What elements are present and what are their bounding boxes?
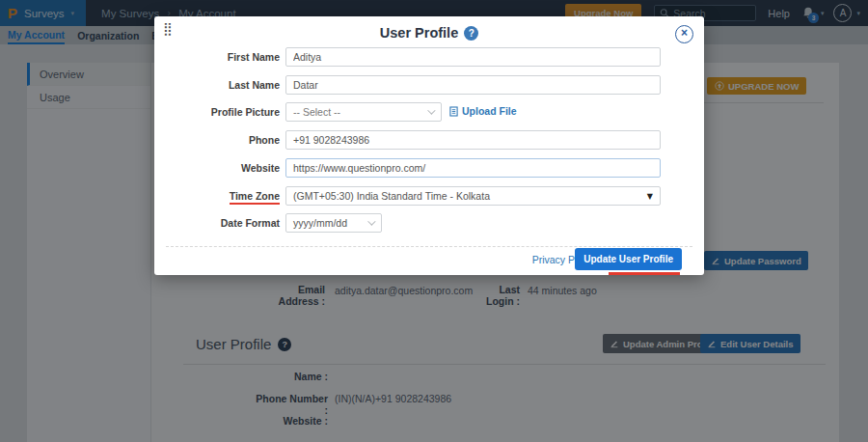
app-window: P Surveys ▾ My Surveys › My Account Upgr…	[0, 0, 868, 442]
first-name-label: First Name	[154, 47, 280, 67]
profile-picture-row: Profile Picture -- Select -- Upload File	[154, 102, 704, 122]
website-row: Website	[154, 158, 704, 178]
last-name-label: Last Name	[154, 75, 280, 95]
last-name-row: Last Name	[154, 75, 704, 95]
date-format-label: Date Format	[154, 213, 280, 233]
time-zone-selected-value: (GMT+05:30) India Standard Time - Kolkat…	[293, 190, 490, 202]
phone-row: Phone	[154, 130, 704, 150]
caret-down-icon: ▼	[647, 192, 653, 201]
chevron-down-icon	[367, 217, 375, 225]
last-name-field[interactable]	[285, 75, 661, 95]
date-format-selected-value: yyyy/mm/dd	[293, 217, 347, 229]
help-icon[interactable]: ?	[464, 26, 478, 41]
user-profile-modal: ⣿ User Profile ? × First Name Last Name …	[154, 16, 704, 275]
time-zone-select[interactable]: (GMT+05:30) India Standard Time - Kolkat…	[285, 186, 661, 206]
file-icon	[449, 106, 458, 117]
chevron-down-icon	[427, 106, 435, 114]
upload-file-label: Upload File	[462, 105, 517, 117]
profile-picture-selected-value: -- Select --	[293, 106, 340, 118]
upload-file-link[interactable]: Upload File	[449, 105, 517, 117]
phone-field[interactable]	[285, 130, 661, 150]
modal-title: User Profile	[380, 25, 458, 41]
date-format-select[interactable]: yyyy/mm/dd	[285, 213, 382, 233]
time-zone-label: Time Zone	[154, 186, 280, 206]
time-zone-label-text: Time Zone	[230, 190, 280, 205]
phone-label: Phone	[154, 130, 280, 150]
close-icon[interactable]: ×	[675, 25, 693, 43]
modal-header: User Profile ?	[154, 25, 704, 41]
red-annotation-underline	[609, 272, 680, 275]
profile-picture-select[interactable]: -- Select --	[285, 102, 442, 122]
first-name-field[interactable]	[285, 47, 661, 67]
footer-divider	[166, 246, 692, 247]
date-format-row: Date Format yyyy/mm/dd	[154, 213, 704, 233]
update-user-profile-button[interactable]: Update User Profile	[575, 248, 682, 270]
time-zone-row: Time Zone (GMT+05:30) India Standard Tim…	[154, 186, 704, 206]
first-name-row: First Name	[154, 47, 704, 67]
website-field[interactable]	[285, 158, 661, 178]
profile-picture-label: Profile Picture	[154, 102, 280, 122]
website-label: Website	[154, 158, 280, 178]
